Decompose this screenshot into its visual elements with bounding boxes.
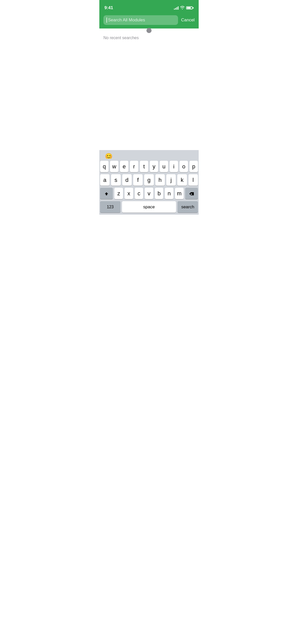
- key-t[interactable]: t: [140, 161, 148, 172]
- search-key[interactable]: search: [178, 201, 198, 213]
- keyboard-row-3: z x c v b n m: [100, 188, 198, 199]
- key-w[interactable]: w: [110, 161, 118, 172]
- key-r[interactable]: r: [130, 161, 138, 172]
- key-i[interactable]: i: [170, 161, 178, 172]
- key-y[interactable]: y: [150, 161, 158, 172]
- key-a[interactable]: a: [100, 174, 110, 186]
- backspace-key[interactable]: [185, 188, 198, 199]
- key-k[interactable]: k: [177, 174, 187, 186]
- status-time: 9:41: [104, 5, 113, 10]
- cancel-button[interactable]: Cancel: [181, 18, 195, 23]
- key-f[interactable]: f: [133, 174, 143, 186]
- search-placeholder: Search All Modules: [108, 18, 145, 23]
- main-content: [99, 43, 199, 150]
- battery-icon: [186, 6, 194, 9]
- key-h[interactable]: h: [155, 174, 165, 186]
- scroll-indicator-area: [99, 28, 199, 33]
- key-d[interactable]: d: [122, 174, 132, 186]
- wifi-icon: [180, 6, 185, 10]
- key-u[interactable]: u: [160, 161, 168, 172]
- key-m[interactable]: m: [175, 188, 184, 199]
- scroll-dot: [146, 28, 152, 33]
- status-bar: 9:41: [99, 0, 199, 13]
- key-g[interactable]: g: [144, 174, 154, 186]
- key-n[interactable]: n: [165, 188, 173, 199]
- space-key[interactable]: space: [122, 201, 176, 213]
- key-z[interactable]: z: [114, 188, 123, 199]
- keyboard[interactable]: q w e r t y u i o p a s d f g h j k l z …: [99, 159, 199, 215]
- key-b[interactable]: b: [155, 188, 164, 199]
- key-l[interactable]: l: [188, 174, 198, 186]
- key-p[interactable]: p: [189, 161, 198, 172]
- key-c[interactable]: c: [135, 188, 143, 199]
- shift-key[interactable]: [100, 188, 113, 199]
- keyboard-row-2: a s d f g h j k l: [100, 174, 198, 186]
- key-x[interactable]: x: [125, 188, 133, 199]
- no-recent-searches: No recent searches: [99, 33, 199, 43]
- svg-rect-0: [106, 194, 107, 195]
- key-o[interactable]: o: [180, 161, 188, 172]
- status-icons: [174, 6, 194, 10]
- signal-icon: [174, 6, 179, 10]
- key-s[interactable]: s: [111, 174, 120, 186]
- key-e[interactable]: e: [120, 161, 128, 172]
- numbers-key[interactable]: 123: [100, 201, 120, 213]
- keyboard-row-4: 123 space search: [100, 201, 198, 213]
- search-cursor: [106, 18, 107, 23]
- key-q[interactable]: q: [100, 161, 109, 172]
- search-bar[interactable]: Search All Modules: [103, 15, 178, 25]
- keyboard-row-1: q w e r t y u i o p: [100, 161, 198, 172]
- key-j[interactable]: j: [166, 174, 176, 186]
- key-v[interactable]: v: [145, 188, 153, 199]
- search-header: Search All Modules Cancel: [99, 13, 199, 28]
